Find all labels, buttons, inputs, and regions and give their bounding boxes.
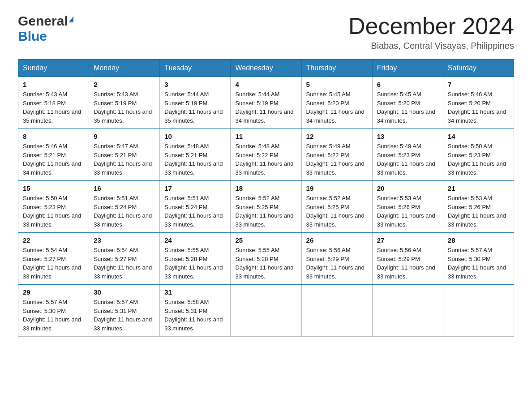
- calendar-day-11: 11 Sunrise: 5:48 AMSunset: 5:22 PMDaylig…: [231, 129, 301, 181]
- day-number: 2: [94, 81, 155, 88]
- day-number: 25: [235, 236, 296, 244]
- day-number: 14: [448, 133, 509, 140]
- calendar-day-29: 29 Sunrise: 5:57 AMSunset: 5:30 PMDaylig…: [18, 285, 89, 337]
- day-info: Sunrise: 5:49 AMSunset: 5:22 PMDaylight:…: [306, 142, 368, 177]
- calendar-day-18: 18 Sunrise: 5:52 AMSunset: 5:25 PMDaylig…: [231, 181, 301, 233]
- location-title: Biabas, Central Visayas, Philippines: [348, 41, 514, 51]
- calendar-empty-cell: [231, 285, 301, 337]
- day-number: 12: [306, 133, 368, 140]
- day-number: 31: [164, 288, 226, 296]
- page-header: General Blue December 2024 Biabas, Centr…: [18, 13, 514, 51]
- weekday-header-friday: Friday: [372, 60, 443, 77]
- calendar-table: SundayMondayTuesdayWednesdayThursdayFrid…: [18, 59, 514, 337]
- calendar-empty-cell: [301, 285, 372, 337]
- day-number: 20: [377, 184, 438, 192]
- weekday-header-thursday: Thursday: [301, 60, 372, 77]
- day-number: 21: [448, 184, 509, 192]
- day-info: Sunrise: 5:46 AMSunset: 5:20 PMDaylight:…: [448, 90, 509, 125]
- calendar-day-27: 27 Sunrise: 5:56 AMSunset: 5:29 PMDaylig…: [372, 233, 443, 285]
- day-number: 11: [235, 133, 296, 140]
- month-title: December 2024: [348, 13, 514, 39]
- calendar-day-16: 16 Sunrise: 5:51 AMSunset: 5:24 PMDaylig…: [89, 181, 160, 233]
- day-number: 7: [448, 81, 509, 88]
- day-number: 26: [306, 236, 368, 244]
- calendar-day-6: 6 Sunrise: 5:45 AMSunset: 5:20 PMDayligh…: [372, 77, 443, 129]
- logo-blue-text: Blue: [18, 29, 47, 43]
- day-info: Sunrise: 5:57 AMSunset: 5:30 PMDaylight:…: [448, 246, 509, 281]
- calendar-week-1: 1 Sunrise: 5:43 AMSunset: 5:18 PMDayligh…: [18, 77, 514, 129]
- day-number: 19: [306, 184, 368, 192]
- calendar-day-3: 3 Sunrise: 5:44 AMSunset: 5:19 PMDayligh…: [160, 77, 231, 129]
- day-info: Sunrise: 5:55 AMSunset: 5:28 PMDaylight:…: [164, 246, 226, 281]
- title-area: December 2024 Biabas, Central Visayas, P…: [348, 13, 514, 51]
- day-info: Sunrise: 5:57 AMSunset: 5:30 PMDaylight:…: [23, 298, 84, 333]
- calendar-day-30: 30 Sunrise: 5:57 AMSunset: 5:31 PMDaylig…: [89, 285, 160, 337]
- logo-triangle-icon: [69, 16, 73, 22]
- day-info: Sunrise: 5:50 AMSunset: 5:23 PMDaylight:…: [23, 194, 84, 229]
- day-info: Sunrise: 5:47 AMSunset: 5:21 PMDaylight:…: [94, 142, 155, 177]
- calendar-day-24: 24 Sunrise: 5:55 AMSunset: 5:28 PMDaylig…: [160, 233, 231, 285]
- day-number: 10: [164, 133, 226, 140]
- calendar-empty-cell: [372, 285, 443, 337]
- calendar-day-23: 23 Sunrise: 5:54 AMSunset: 5:27 PMDaylig…: [89, 233, 160, 285]
- day-info: Sunrise: 5:55 AMSunset: 5:28 PMDaylight:…: [235, 246, 296, 281]
- calendar-day-21: 21 Sunrise: 5:53 AMSunset: 5:26 PMDaylig…: [443, 181, 514, 233]
- day-info: Sunrise: 5:43 AMSunset: 5:19 PMDaylight:…: [94, 90, 155, 125]
- calendar-day-4: 4 Sunrise: 5:44 AMSunset: 5:19 PMDayligh…: [231, 77, 301, 129]
- weekday-header-wednesday: Wednesday: [231, 60, 301, 77]
- day-info: Sunrise: 5:52 AMSunset: 5:25 PMDaylight:…: [306, 194, 368, 229]
- calendar-day-28: 28 Sunrise: 5:57 AMSunset: 5:30 PMDaylig…: [443, 233, 514, 285]
- calendar-day-22: 22 Sunrise: 5:54 AMSunset: 5:27 PMDaylig…: [18, 233, 89, 285]
- day-number: 23: [94, 236, 155, 244]
- day-number: 9: [94, 133, 155, 140]
- day-info: Sunrise: 5:52 AMSunset: 5:25 PMDaylight:…: [235, 194, 296, 229]
- calendar-day-26: 26 Sunrise: 5:56 AMSunset: 5:29 PMDaylig…: [301, 233, 372, 285]
- calendar-day-20: 20 Sunrise: 5:53 AMSunset: 5:26 PMDaylig…: [372, 181, 443, 233]
- day-info: Sunrise: 5:51 AMSunset: 5:24 PMDaylight:…: [164, 194, 226, 229]
- day-number: 27: [377, 236, 438, 244]
- calendar-day-17: 17 Sunrise: 5:51 AMSunset: 5:24 PMDaylig…: [160, 181, 231, 233]
- day-info: Sunrise: 5:56 AMSunset: 5:29 PMDaylight:…: [377, 246, 438, 281]
- day-info: Sunrise: 5:48 AMSunset: 5:22 PMDaylight:…: [235, 142, 296, 177]
- day-info: Sunrise: 5:56 AMSunset: 5:29 PMDaylight:…: [306, 246, 368, 281]
- day-number: 1: [23, 81, 84, 88]
- day-info: Sunrise: 5:45 AMSunset: 5:20 PMDaylight:…: [306, 90, 368, 125]
- day-info: Sunrise: 5:48 AMSunset: 5:21 PMDaylight:…: [164, 142, 226, 177]
- day-number: 18: [235, 184, 296, 192]
- calendar-day-31: 31 Sunrise: 5:58 AMSunset: 5:31 PMDaylig…: [160, 285, 231, 337]
- day-number: 16: [94, 184, 155, 192]
- calendar-day-13: 13 Sunrise: 5:49 AMSunset: 5:23 PMDaylig…: [372, 129, 443, 181]
- calendar-day-14: 14 Sunrise: 5:50 AMSunset: 5:23 PMDaylig…: [443, 129, 514, 181]
- day-number: 13: [377, 133, 438, 140]
- day-info: Sunrise: 5:58 AMSunset: 5:31 PMDaylight:…: [164, 298, 226, 333]
- weekday-header-monday: Monday: [89, 60, 160, 77]
- day-info: Sunrise: 5:54 AMSunset: 5:27 PMDaylight:…: [94, 246, 155, 281]
- day-info: Sunrise: 5:45 AMSunset: 5:20 PMDaylight:…: [377, 90, 438, 125]
- day-number: 17: [164, 184, 226, 192]
- calendar-day-1: 1 Sunrise: 5:43 AMSunset: 5:18 PMDayligh…: [18, 77, 89, 129]
- day-number: 3: [164, 81, 226, 88]
- day-number: 8: [23, 133, 84, 140]
- logo-general-text: General: [18, 13, 68, 29]
- day-info: Sunrise: 5:53 AMSunset: 5:26 PMDaylight:…: [377, 194, 438, 229]
- day-number: 6: [377, 81, 438, 88]
- day-info: Sunrise: 5:49 AMSunset: 5:23 PMDaylight:…: [377, 142, 438, 177]
- day-info: Sunrise: 5:57 AMSunset: 5:31 PMDaylight:…: [94, 298, 155, 333]
- day-info: Sunrise: 5:43 AMSunset: 5:18 PMDaylight:…: [23, 90, 84, 125]
- day-number: 24: [164, 236, 226, 244]
- weekday-header-saturday: Saturday: [443, 60, 514, 77]
- day-info: Sunrise: 5:54 AMSunset: 5:27 PMDaylight:…: [23, 246, 84, 281]
- calendar-day-19: 19 Sunrise: 5:52 AMSunset: 5:25 PMDaylig…: [301, 181, 372, 233]
- calendar-week-2: 8 Sunrise: 5:46 AMSunset: 5:21 PMDayligh…: [18, 129, 514, 181]
- day-number: 29: [23, 288, 84, 296]
- calendar-day-8: 8 Sunrise: 5:46 AMSunset: 5:21 PMDayligh…: [18, 129, 89, 181]
- day-number: 5: [306, 81, 368, 88]
- day-number: 30: [94, 288, 155, 296]
- day-info: Sunrise: 5:53 AMSunset: 5:26 PMDaylight:…: [448, 194, 509, 229]
- calendar-day-15: 15 Sunrise: 5:50 AMSunset: 5:23 PMDaylig…: [18, 181, 89, 233]
- calendar-week-3: 15 Sunrise: 5:50 AMSunset: 5:23 PMDaylig…: [18, 181, 514, 233]
- calendar-day-7: 7 Sunrise: 5:46 AMSunset: 5:20 PMDayligh…: [443, 77, 514, 129]
- day-number: 28: [448, 236, 509, 244]
- weekday-header-sunday: Sunday: [18, 60, 89, 77]
- logo: General Blue: [18, 13, 73, 44]
